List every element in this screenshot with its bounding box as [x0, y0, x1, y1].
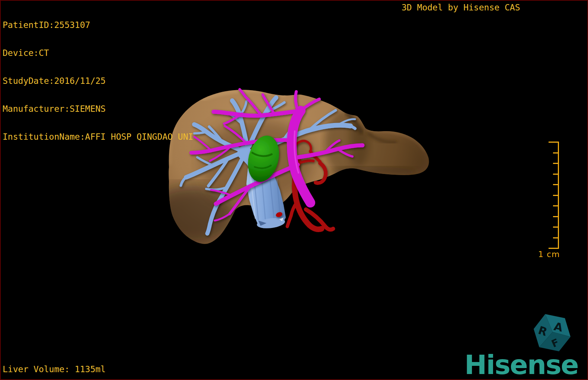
- scale-bar-tick: [553, 227, 559, 228]
- manufacturer-line: Manufacturer:SIEMENS: [3, 104, 193, 114]
- scale-bar-tick: [553, 163, 559, 164]
- scale-bar-tick: [553, 195, 559, 196]
- scale-bar-tick: [553, 152, 559, 153]
- watermark-title: 3D Model by Hisense CAS: [402, 3, 520, 12]
- scale-bar-label: 1 cm: [538, 250, 560, 259]
- scale-bar-tick: [549, 142, 559, 143]
- device-line: Device:CT: [3, 48, 193, 58]
- scale-bar-tick: [553, 174, 559, 175]
- scale-bar: [549, 142, 559, 249]
- viewer-window: PatientID:2553107 Device:CT StudyDate:20…: [0, 0, 588, 380]
- patient-info-overlay: PatientID:2553107 Device:CT StudyDate:20…: [3, 2, 193, 160]
- study-date-line: StudyDate:2016/11/25: [3, 76, 193, 86]
- liver-volume-readout: Liver Volume: 1135ml: [3, 364, 106, 374]
- hisense-logo: Hisense: [464, 351, 578, 378]
- scale-bar-tick: [549, 248, 559, 249]
- scale-bar-tick: [553, 205, 559, 206]
- scale-bar-tick: [553, 216, 559, 217]
- scale-bar-tick: [553, 237, 559, 238]
- patient-id-line: PatientID:2553107: [3, 20, 193, 30]
- institution-line: InstitutionName:AFFI HOSP QINGDAO UNI: [3, 132, 193, 142]
- scale-bar-tick: [553, 184, 559, 185]
